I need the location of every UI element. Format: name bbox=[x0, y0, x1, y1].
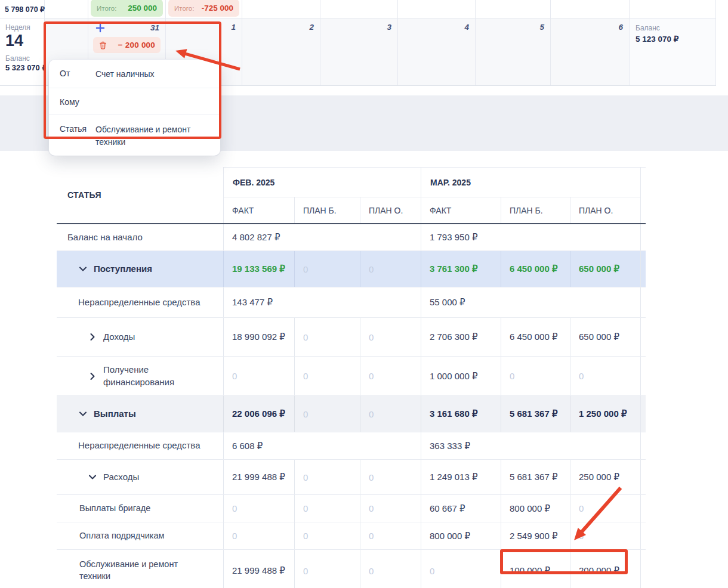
calendar-day-cell[interactable]: 6 bbox=[551, 18, 630, 85]
row-label-cell[interactable]: Выплаты bbox=[57, 408, 223, 420]
cell-mar-plan-b[interactable]: 6 450 000 ₽ bbox=[501, 251, 570, 287]
row-label-cell: Выплаты бригаде bbox=[57, 503, 223, 515]
cell-feb-fact[interactable]: 21 999 488 ₽ bbox=[223, 550, 294, 588]
cell-mar-fact[interactable]: 0 bbox=[421, 550, 501, 588]
cell-feb-plan-o[interactable]: 0 bbox=[360, 495, 421, 522]
cell-mar-plan-o[interactable]: 250 000 ₽ bbox=[570, 460, 640, 494]
cell-feb-plan-b[interactable]: 0 bbox=[294, 251, 360, 287]
calendar-day-cell[interactable]: 2 bbox=[242, 18, 320, 85]
cell-feb-plan-b[interactable] bbox=[294, 287, 360, 317]
column-header-mar-fact[interactable]: ФАКТ bbox=[421, 197, 501, 223]
cell-mar-fact[interactable]: 363 333 ₽ bbox=[421, 432, 501, 459]
cell-feb-plan-o[interactable]: 0 bbox=[360, 357, 421, 395]
cell-feb-fact[interactable]: 21 999 488 ₽ bbox=[223, 460, 294, 494]
add-transaction-button[interactable] bbox=[95, 23, 105, 33]
cell-mar-plan-o[interactable] bbox=[570, 432, 640, 459]
cell-feb-plan-b[interactable]: 0 bbox=[294, 495, 360, 522]
cell-mar-fact[interactable]: 1 249 013 ₽ bbox=[421, 460, 501, 494]
popup-field-кому[interactable]: Кому bbox=[49, 88, 220, 114]
cell-feb-plan-b[interactable]: 0 bbox=[294, 396, 360, 432]
cell-mar-plan-o[interactable]: 0 bbox=[570, 495, 640, 522]
cell-feb-fact[interactable]: 0 bbox=[223, 357, 294, 395]
cell-feb-plan-o[interactable]: 0 bbox=[360, 318, 421, 356]
cell-feb-fact[interactable]: 0 bbox=[223, 522, 294, 549]
trash-icon[interactable] bbox=[98, 41, 107, 50]
table-row-sliver bbox=[640, 550, 646, 588]
cell-feb-plan-b[interactable] bbox=[294, 224, 360, 250]
chevron-down-icon[interactable] bbox=[78, 409, 88, 419]
column-header-mar-plan-o[interactable]: ПЛАН О. bbox=[570, 197, 640, 223]
cell-feb-plan-b[interactable]: 0 bbox=[294, 318, 360, 356]
cell-feb-plan-o[interactable]: 0 bbox=[360, 522, 421, 549]
cell-mar-plan-b[interactable] bbox=[501, 287, 570, 317]
row-label-cell[interactable]: Расходы bbox=[57, 471, 223, 483]
cell-mar-plan-b[interactable]: 100 000 ₽ bbox=[501, 550, 570, 588]
column-header-feb-plan-o[interactable]: ПЛАН О. bbox=[360, 197, 421, 223]
cell-mar-plan-o[interactable] bbox=[570, 224, 640, 250]
cell-feb-plan-o[interactable]: 0 bbox=[360, 251, 421, 287]
cell-feb-plan-o[interactable]: 0 bbox=[360, 550, 421, 588]
cell-mar-fact[interactable]: 2 706 300 ₽ bbox=[421, 318, 501, 356]
cell-feb-plan-o[interactable]: 0 bbox=[360, 460, 421, 494]
cell-feb-fact[interactable]: 0 bbox=[223, 495, 294, 522]
table-row-sliver bbox=[640, 460, 646, 494]
cell-mar-plan-o[interactable]: 0 bbox=[570, 522, 640, 549]
cell-mar-plan-b[interactable] bbox=[501, 432, 570, 459]
cell-mar-plan-b[interactable]: 0 bbox=[501, 357, 570, 395]
cell-feb-fact[interactable]: 18 990 092 ₽ bbox=[223, 318, 294, 356]
cell-mar-fact[interactable]: 55 000 ₽ bbox=[421, 287, 501, 317]
calendar-day-cell[interactable]: 4 bbox=[398, 18, 476, 85]
cell-mar-plan-o[interactable]: 650 000 ₽ bbox=[570, 251, 640, 287]
row-label-cell[interactable]: Доходы bbox=[57, 331, 223, 343]
cell-feb-plan-b[interactable]: 0 bbox=[294, 460, 360, 494]
cell-mar-fact[interactable]: 60 667 ₽ bbox=[421, 495, 501, 522]
cell-mar-fact[interactable]: 1 000 000 ₽ bbox=[421, 357, 501, 395]
cell-mar-plan-b[interactable]: 800 000 ₽ bbox=[501, 495, 570, 522]
cell-feb-plan-b[interactable] bbox=[294, 432, 360, 459]
chevron-down-icon[interactable] bbox=[88, 472, 97, 482]
income-total-badge[interactable]: Итого: 250 000 bbox=[91, 0, 163, 17]
calendar-day-cell[interactable]: 3 bbox=[320, 18, 398, 85]
column-header-mar-plan-b[interactable]: ПЛАН Б. bbox=[501, 197, 570, 223]
cell-mar-plan-o[interactable]: 200 000 ₽ bbox=[570, 550, 640, 588]
cell-mar-plan-b[interactable] bbox=[501, 224, 570, 250]
cell-mar-plan-o[interactable]: 0 bbox=[570, 357, 640, 395]
cell-mar-plan-b[interactable]: 5 681 367 ₽ bbox=[501, 460, 570, 494]
cell-feb-fact[interactable]: 19 133 569 ₽ bbox=[223, 251, 294, 287]
cell-mar-fact[interactable]: 1 793 950 ₽ bbox=[421, 224, 501, 250]
popup-field-от[interactable]: ОтСчет наличных bbox=[49, 60, 220, 88]
cell-mar-plan-o[interactable]: 1 250 000 ₽ bbox=[570, 396, 640, 432]
cell-feb-plan-o[interactable]: 0 bbox=[360, 396, 421, 432]
cell-feb-fact[interactable]: 4 802 827 ₽ bbox=[223, 224, 294, 250]
cell-feb-plan-o[interactable] bbox=[360, 432, 421, 459]
chevron-down-icon[interactable] bbox=[78, 264, 88, 274]
popup-field-статья[interactable]: СтатьяОбслуживание и ремонт техники bbox=[49, 114, 220, 156]
cell-feb-plan-b[interactable]: 0 bbox=[294, 550, 360, 588]
transaction-chip[interactable]: − 200 000 bbox=[93, 37, 161, 53]
cell-mar-plan-b[interactable]: 6 450 000 ₽ bbox=[501, 318, 570, 356]
cell-feb-plan-o[interactable] bbox=[360, 224, 421, 250]
cell-feb-plan-b[interactable]: 0 bbox=[294, 522, 360, 549]
cell-mar-plan-o[interactable] bbox=[570, 287, 640, 317]
cell-mar-plan-b[interactable]: 5 681 367 ₽ bbox=[501, 396, 570, 432]
week-info-cell: Неделя 14 Баланс 5 323 070 ₽ bbox=[0, 18, 45, 85]
chevron-right-icon[interactable] bbox=[88, 332, 97, 342]
calendar-day-cell[interactable]: 5 bbox=[476, 18, 551, 85]
cell-mar-plan-o[interactable]: 650 000 ₽ bbox=[570, 318, 640, 356]
cell-feb-plan-b[interactable]: 0 bbox=[294, 357, 360, 395]
column-header-feb-fact[interactable]: ФАКТ bbox=[223, 197, 294, 223]
cell-mar-fact[interactable]: 3 761 300 ₽ bbox=[421, 251, 501, 287]
cell-mar-fact[interactable]: 800 000 ₽ bbox=[421, 522, 501, 549]
cell-mar-plan-b[interactable]: 2 549 900 ₽ bbox=[501, 522, 570, 549]
cell-feb-fact[interactable]: 143 477 ₽ bbox=[223, 287, 294, 317]
cell-mar-fact[interactable]: 3 161 680 ₽ bbox=[421, 396, 501, 432]
cell-feb-plan-o[interactable] bbox=[360, 287, 421, 317]
chevron-right-icon[interactable] bbox=[88, 372, 97, 381]
table-row-sliver bbox=[640, 251, 646, 287]
row-label-cell[interactable]: Получение финансирования bbox=[57, 364, 223, 388]
expense-total-badge[interactable]: Итого: -725 000 bbox=[168, 0, 239, 17]
column-header-feb-plan-b[interactable]: ПЛАН Б. bbox=[294, 197, 360, 223]
row-label-cell[interactable]: Поступления bbox=[57, 263, 223, 275]
cell-feb-fact[interactable]: 22 006 096 ₽ bbox=[223, 396, 294, 432]
cell-feb-fact[interactable]: 6 608 ₽ bbox=[223, 432, 294, 459]
